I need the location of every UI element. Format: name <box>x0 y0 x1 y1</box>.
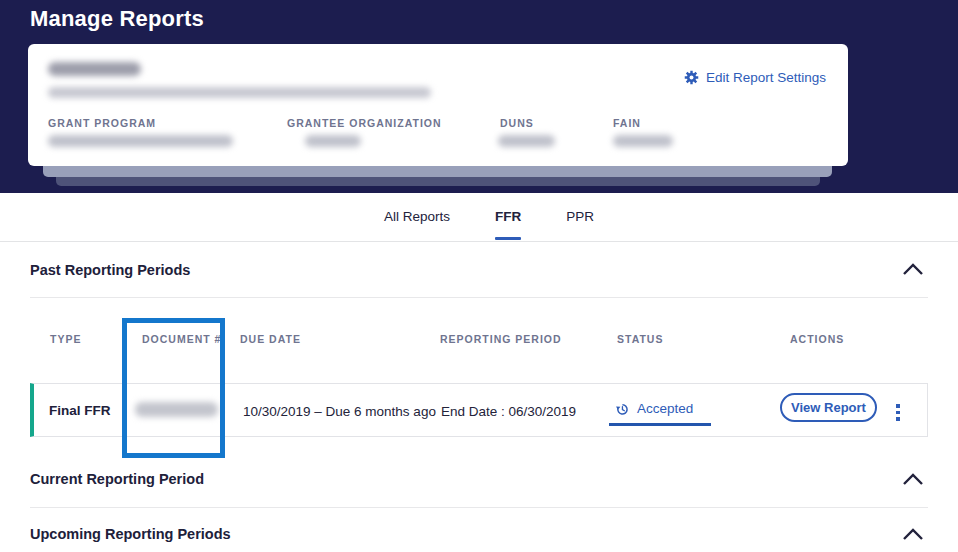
tab-all-reports[interactable]: All Reports <box>384 209 450 242</box>
document-column-highlight-box <box>122 318 225 458</box>
grant-program-label: GRANT PROGRAM <box>48 117 156 129</box>
grantee-organization-label: GRANTEE ORGANIZATION <box>287 117 442 129</box>
status-badge: Accepted <box>637 401 693 416</box>
duns-label: DUNS <box>500 117 534 129</box>
hero-banner: Manage Reports Edit Report Settings GRAN… <box>0 0 958 193</box>
page-title: Manage Reports <box>30 6 204 32</box>
tab-ffr-label: FFR <box>495 209 521 224</box>
redacted-fain-value <box>613 135 673 147</box>
row-actions-menu-icon[interactable] <box>894 402 902 423</box>
collapse-chevron-current[interactable] <box>901 471 925 487</box>
history-icon <box>615 402 629 416</box>
section-divider <box>30 297 928 298</box>
collapse-chevron-upcoming[interactable] <box>901 526 925 542</box>
grant-summary-card: Edit Report Settings GRANT PROGRAM GRANT… <box>28 44 848 166</box>
status-link[interactable]: Accepted <box>615 401 693 416</box>
tab-ppr-label: PPR <box>566 209 594 224</box>
fain-label: FAIN <box>613 117 641 129</box>
tab-all-reports-label: All Reports <box>384 209 450 224</box>
reporting-period-cell: End Date : 06/30/2019 <box>441 404 576 419</box>
active-tab-underline <box>495 237 521 240</box>
current-reporting-period-title: Current Reporting Period <box>30 471 204 487</box>
redacted-grant-number <box>48 62 141 76</box>
view-report-button[interactable]: View Report <box>780 393 877 422</box>
past-reporting-periods-title: Past Reporting Periods <box>30 262 190 278</box>
kebab-dot <box>896 404 900 408</box>
section-divider <box>30 507 928 508</box>
tab-ppr[interactable]: PPR <box>566 209 594 242</box>
redacted-grantee-organization-value <box>305 135 361 147</box>
edit-report-settings-label: Edit Report Settings <box>706 70 826 85</box>
kebab-dot <box>896 417 900 421</box>
report-type-cell: Final FFR <box>49 403 111 418</box>
card-stack-bar-front <box>43 166 832 177</box>
column-header-due-date: DUE DATE <box>240 333 301 345</box>
kebab-dot <box>896 411 900 415</box>
manage-reports-page: Manage Reports Edit Report Settings GRAN… <box>0 0 958 552</box>
status-underline <box>609 423 711 426</box>
tab-ffr[interactable]: FFR <box>495 209 521 242</box>
redacted-grant-title <box>48 87 431 98</box>
column-header-reporting-period: REPORTING PERIOD <box>440 333 562 345</box>
upcoming-reporting-periods-title: Upcoming Reporting Periods <box>30 526 231 542</box>
collapse-chevron-past[interactable] <box>901 261 925 277</box>
redacted-grant-program-value <box>48 135 233 147</box>
edit-report-settings-link[interactable]: Edit Report Settings <box>684 70 826 85</box>
column-header-status: STATUS <box>617 333 663 345</box>
column-header-type: TYPE <box>50 333 81 345</box>
report-tabs: All Reports FFR PPR <box>0 193 958 242</box>
gear-icon <box>684 70 699 85</box>
column-header-actions: ACTIONS <box>790 333 844 345</box>
due-date-cell: 10/30/2019 – Due 6 months ago <box>243 404 436 419</box>
redacted-duns-value <box>498 135 555 147</box>
